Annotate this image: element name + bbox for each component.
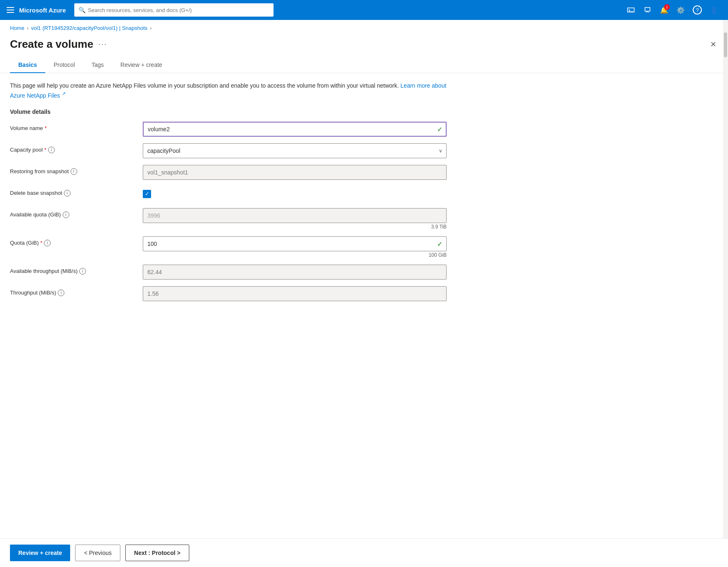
hamburger-menu[interactable] xyxy=(7,7,14,13)
available-quota-info-icon[interactable]: i xyxy=(63,211,69,218)
required-star-2: * xyxy=(44,147,46,153)
quota-sub-text: 100 GiB xyxy=(143,252,447,258)
search-bar[interactable]: 🔍 xyxy=(74,3,274,17)
volume-name-wrapper: ✓ xyxy=(143,122,447,137)
available-quota-input xyxy=(143,208,447,223)
volume-name-field: ✓ xyxy=(143,122,447,137)
capacity-pool-select-wrapper: capacityPool ∨ xyxy=(143,143,447,158)
content-area: This page will help you create an Azure … xyxy=(0,73,457,341)
restoring-snapshot-row: Restoring from snapshot i xyxy=(10,165,447,180)
delete-snapshot-label: Delete base snapshot i xyxy=(10,187,143,196)
tabs-container: Basics Protocol Tags Review + create xyxy=(0,57,728,73)
tab-basics[interactable]: Basics xyxy=(10,57,45,73)
breadcrumb: Home › vol1 (RT1945292/capacityPool/vol1… xyxy=(0,20,728,34)
delete-snapshot-checkbox-wrapper: ✓ xyxy=(143,187,447,201)
delete-snapshot-checkbox[interactable]: ✓ xyxy=(143,190,151,198)
quota-input[interactable] xyxy=(143,236,447,251)
search-icon: 🔍 xyxy=(78,7,86,13)
restoring-snapshot-input xyxy=(143,165,447,180)
required-star: * xyxy=(45,125,47,131)
delete-snapshot-row: Delete base snapshot i ✓ xyxy=(10,187,447,201)
available-throughput-info-icon[interactable]: i xyxy=(79,268,86,275)
volume-name-label: Volume name * xyxy=(10,122,143,131)
bottom-bar: Review + create < Previous Next : Protoc… xyxy=(0,538,728,567)
volume-name-input[interactable] xyxy=(143,122,447,137)
capacity-pool-info-icon[interactable]: i xyxy=(48,147,55,153)
page-header: Create a volume ··· ✕ xyxy=(0,34,728,57)
brand-name: Microsoft Azure xyxy=(19,7,66,14)
available-throughput-field xyxy=(143,265,447,280)
close-button[interactable]: ✕ xyxy=(708,38,718,51)
scrollbar-track[interactable] xyxy=(723,20,728,567)
capacity-pool-label: Capacity pool * i xyxy=(10,143,143,153)
quota-info-icon[interactable]: i xyxy=(44,240,51,246)
topnav: Microsoft Azure 🔍 🔔 1 ⚙️ ? 👤 xyxy=(0,0,728,20)
available-quota-row: Available quota (GiB) i 3.9 TiB xyxy=(10,208,447,230)
capacity-pool-row: Capacity pool * i capacityPool ∨ xyxy=(10,143,447,158)
available-throughput-label: Available throughput (MiB/s) i xyxy=(10,265,143,275)
tab-tags[interactable]: Tags xyxy=(83,57,112,73)
throughput-row: Throughput (MiB/s) i xyxy=(10,286,447,301)
quota-field: ✓ 100 GiB xyxy=(143,236,447,258)
breadcrumb-volume[interactable]: vol1 (RT1945292/capacityPool/vol1) | Sna… xyxy=(31,25,148,31)
breadcrumb-sep-2: › xyxy=(150,25,151,31)
checkbox-check-icon: ✓ xyxy=(145,191,149,197)
capacity-pool-select[interactable]: capacityPool xyxy=(143,143,447,158)
available-quota-field: 3.9 TiB xyxy=(143,208,447,230)
quota-check-icon: ✓ xyxy=(437,240,442,248)
help-icon[interactable]: ? xyxy=(690,2,705,17)
throughput-info-icon[interactable]: i xyxy=(58,290,64,296)
available-throughput-input xyxy=(143,265,447,280)
nav-icons: 🔔 1 ⚙️ ? 👤 xyxy=(623,2,721,17)
available-quota-label: Available quota (GiB) i xyxy=(10,208,143,218)
capacity-pool-field: capacityPool ∨ xyxy=(143,143,447,158)
delete-snapshot-info-icon[interactable]: i xyxy=(64,190,71,196)
quota-row: Quota (GiB) * i ✓ 100 GiB xyxy=(10,236,447,258)
search-input[interactable] xyxy=(88,7,269,13)
breadcrumb-sep-1: › xyxy=(27,25,29,31)
volume-name-row: Volume name * ✓ xyxy=(10,122,447,137)
external-link-icon: ↗ xyxy=(62,91,66,96)
more-options-button[interactable]: ··· xyxy=(98,40,107,49)
restoring-snapshot-field xyxy=(143,165,447,180)
review-create-button[interactable]: Review + create xyxy=(10,545,70,561)
quota-label: Quota (GiB) * i xyxy=(10,236,143,246)
main-container: Home › vol1 (RT1945292/capacityPool/vol1… xyxy=(0,20,728,567)
previous-button[interactable]: < Previous xyxy=(75,545,120,561)
available-quota-sub-text: 3.9 TiB xyxy=(143,224,447,230)
scrollbar-thumb[interactable] xyxy=(724,32,727,57)
restoring-snapshot-info-icon[interactable]: i xyxy=(71,168,77,175)
throughput-input xyxy=(143,286,447,301)
description-text: This page will help you create an Azure … xyxy=(10,81,447,100)
section-title: Volume details xyxy=(10,108,447,115)
tab-protocol[interactable]: Protocol xyxy=(45,57,83,73)
cloud-shell-icon[interactable] xyxy=(623,2,638,17)
next-protocol-button[interactable]: Next : Protocol > xyxy=(125,545,189,561)
page-title: Create a volume xyxy=(10,38,93,51)
volume-name-check: ✓ xyxy=(437,125,442,133)
feedback-icon[interactable] xyxy=(640,2,655,17)
tab-review-create[interactable]: Review + create xyxy=(112,57,171,73)
notification-badge: 1 xyxy=(664,4,670,10)
settings-icon[interactable]: ⚙️ xyxy=(673,2,688,17)
throughput-label: Throughput (MiB/s) i xyxy=(10,286,143,296)
account-icon[interactable]: 👤 xyxy=(706,2,721,17)
throughput-field xyxy=(143,286,447,301)
available-throughput-row: Available throughput (MiB/s) i xyxy=(10,265,447,280)
restoring-snapshot-label: Restoring from snapshot i xyxy=(10,165,143,175)
delete-snapshot-field: ✓ xyxy=(143,187,447,201)
notifications-icon[interactable]: 🔔 1 xyxy=(657,2,672,17)
breadcrumb-home[interactable]: Home xyxy=(10,25,24,31)
quota-input-wrapper: ✓ xyxy=(143,236,447,251)
required-star-3: * xyxy=(40,240,42,246)
